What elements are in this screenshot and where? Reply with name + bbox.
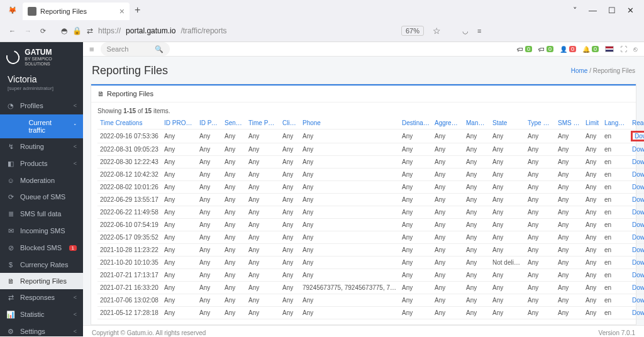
download-link[interactable]: Download <box>632 146 644 153</box>
col-limit[interactable]: Limit <box>583 117 602 130</box>
zoom-level[interactable]: 67% <box>401 26 424 36</box>
bookmark-icon[interactable]: ☆ <box>433 26 441 36</box>
nav-label: Settings <box>20 328 45 335</box>
search-input[interactable]: Search 🔍 <box>101 42 170 56</box>
minimize-icon[interactable]: — <box>589 6 597 15</box>
download-link[interactable]: Download <box>632 272 644 279</box>
download-link[interactable]: Download <box>632 132 644 140</box>
sidebar-item-moderation[interactable]: ☺Moderation <box>0 172 83 189</box>
col-destination[interactable]: Destination <box>399 117 432 130</box>
tag-badge[interactable]: 🏷0 <box>517 46 532 53</box>
cell-state: Any <box>490 206 525 219</box>
footer: Copyright © Gatum.io. All rights reserve… <box>83 325 644 336</box>
pocket-icon[interactable]: ◡ <box>462 27 469 35</box>
sidebar-item-currency-rates[interactable]: $Currency Rates <box>0 257 83 273</box>
sidebar-item-current-traffic[interactable]: Current traffic˅ <box>0 114 83 138</box>
maximize-icon[interactable]: ☐ <box>608 6 616 15</box>
sidebar-item-sms-full-data[interactable]: ≣SMS full data <box>0 206 83 223</box>
nav-icon: ⊘ <box>6 244 15 252</box>
reports-table: Time CreationsID PROVIDERID PARTSenderTi… <box>97 117 644 319</box>
cell-state: Any <box>490 244 525 257</box>
download-link[interactable]: Download <box>632 246 644 253</box>
col-client[interactable]: Client <box>280 117 300 130</box>
close-window-icon[interactable]: ✕ <box>627 6 634 15</box>
topbar-icons: 🏷0 🏷0 👤0 🔔0 ⛶ ⎋ <box>517 45 638 53</box>
download-link[interactable]: Download <box>632 284 644 291</box>
sidebar-item-reporting-files[interactable]: 🗎Reporting Files <box>0 273 83 289</box>
switch-icon: ⇄ <box>87 26 93 35</box>
download-link[interactable]: Download <box>632 234 644 241</box>
col-phone[interactable]: Phone <box>300 117 399 130</box>
cell-client: Any <box>280 307 300 319</box>
sidebar-item-settings[interactable]: ⚙Settings< <box>0 323 83 337</box>
sidebar-item-blocked-sms[interactable]: ⊘Blocked SMS1 <box>0 240 83 257</box>
tag-badge-2[interactable]: 🏷0 <box>538 46 553 53</box>
download-link[interactable]: Download <box>632 196 644 203</box>
bell-badge[interactable]: 🔔0 <box>582 46 599 53</box>
flag-icon[interactable] <box>605 46 614 52</box>
col-time-creations[interactable]: Time Creations <box>97 117 162 130</box>
new-tab-button[interactable]: + <box>135 4 140 16</box>
download-link[interactable]: Download <box>632 309 644 316</box>
cell-period: Any <box>246 181 280 194</box>
cell-idpart: Any <box>197 194 222 206</box>
col-sms-type[interactable]: SMS type <box>555 117 583 130</box>
sidebar-item-queue-of-sms[interactable]: ⟳Queue of SMS <box>0 189 83 206</box>
download-link[interactable]: Download <box>632 209 644 216</box>
sidebar-item-incoming-sms[interactable]: ✉Incoming SMS <box>0 223 83 240</box>
search-icon: 🔍 <box>155 45 164 53</box>
cell-limit: Any <box>583 244 602 257</box>
cell-period: Any <box>246 143 280 156</box>
cell-sender: Any <box>222 307 246 319</box>
cell-phone: Any <box>300 269 399 282</box>
download-link[interactable]: Download <box>632 297 644 304</box>
back-icon[interactable]: ← <box>9 27 16 35</box>
col-language[interactable]: Language <box>602 117 630 130</box>
forward-icon[interactable]: → <box>25 27 31 35</box>
sidebar-item-responses[interactable]: ⇄Responses< <box>0 289 83 306</box>
crumb-home[interactable]: Home <box>571 67 588 74</box>
col-aggregator[interactable]: Aggregator <box>432 117 464 130</box>
col-id-provider[interactable]: ID PROVIDER <box>162 117 197 130</box>
cell-phone: Any <box>300 168 399 181</box>
browser-tab[interactable]: Reporting Files × <box>23 3 130 20</box>
reload-icon[interactable]: ⟳ <box>40 27 46 35</box>
sidebar-item-products[interactable]: ◧Products< <box>0 155 83 172</box>
sidebar-item-profiles[interactable]: ◔Profiles< <box>0 97 83 114</box>
col-ready[interactable]: Ready <box>630 117 644 130</box>
tab-close-icon[interactable]: × <box>119 6 125 16</box>
cell-tsend: Any <box>525 244 555 257</box>
cell-sender: Any <box>222 219 246 231</box>
logout-icon[interactable]: ⎋ <box>633 45 638 53</box>
table-row: 2022-09-16 07:53:36AnyAnyAnyAnyAnyAnyAny… <box>97 130 644 143</box>
cell-state: Any <box>490 282 525 294</box>
table-row: 2021-10-20 10:10:35AnyAnyAnyAnyAnyAnyAny… <box>97 257 644 269</box>
hamburger-icon[interactable]: ≡ <box>89 45 94 54</box>
col-type-send[interactable]: Type Send <box>525 117 555 130</box>
chevron-down-icon[interactable]: ˅ <box>573 6 577 15</box>
sidebar-item-routing[interactable]: ↯Routing< <box>0 138 83 155</box>
cell-state: Any <box>490 194 525 206</box>
cell-limit: Any <box>583 257 602 269</box>
user-badge[interactable]: 👤0 <box>560 46 576 53</box>
cell-tsend: Any <box>525 181 555 194</box>
download-link[interactable]: Download <box>632 259 644 266</box>
download-link[interactable]: Download <box>632 158 644 165</box>
table-row: 2021-07-21 17:13:17AnyAnyAnyAnyAnyAnyAny… <box>97 269 644 282</box>
sidebar-item-statistic[interactable]: 📊Statistic< <box>0 306 83 323</box>
col-time-period[interactable]: Time Period <box>246 117 280 130</box>
download-link[interactable]: Download <box>632 184 644 191</box>
url-input[interactable]: ◓ 🔒 ⇄ https://portal.gatum.io/traffic/re… <box>56 23 446 39</box>
download-link[interactable]: Download <box>632 171 644 178</box>
cell-stype: Any <box>555 130 583 143</box>
menu-icon[interactable]: ≡ <box>477 27 481 35</box>
col-id-part[interactable]: ID PART <box>197 117 222 130</box>
col-state[interactable]: State <box>490 117 525 130</box>
col-manager[interactable]: Manager <box>464 117 490 130</box>
col-sender[interactable]: Sender <box>222 117 246 130</box>
cell-period: Any <box>246 130 280 143</box>
expand-icon[interactable]: ⛶ <box>620 45 627 53</box>
nav-label: Moderation <box>20 177 55 184</box>
download-link[interactable]: Download <box>632 221 644 228</box>
cell-idp: Any <box>162 206 197 219</box>
